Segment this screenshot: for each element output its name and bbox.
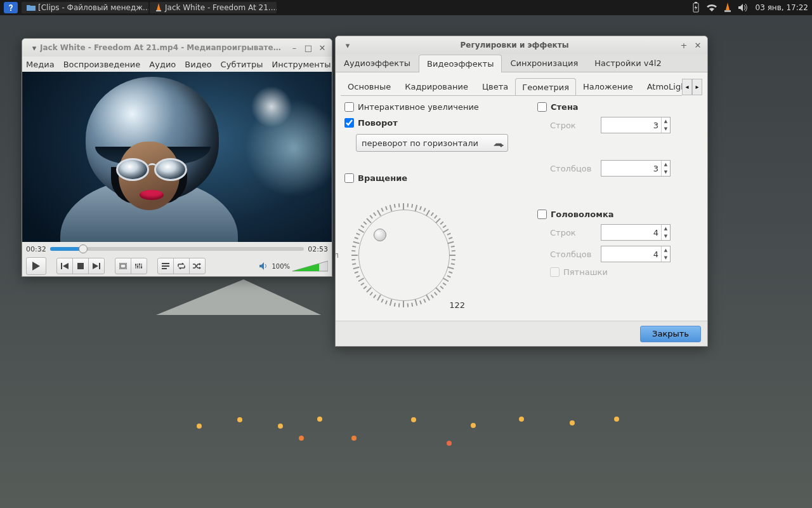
shuffle-button[interactable]: [189, 258, 206, 274]
maximize-button[interactable]: □: [303, 42, 314, 53]
angle-dial[interactable]: Угол 122: [341, 192, 468, 319]
task-label: Jack White - Freedom At 21....: [165, 3, 277, 12]
tab-v4l2[interactable]: Настройки v4l2: [586, 54, 669, 72]
menu-video[interactable]: Видео: [185, 60, 211, 69]
svg-point-9: [139, 264, 140, 265]
volume-slider[interactable]: [292, 260, 328, 272]
desktop-dot: [447, 441, 452, 446]
desktop-dot: [519, 417, 524, 422]
tab-geometry[interactable]: Геометрия: [515, 78, 576, 96]
angle-value: 122: [449, 300, 465, 310]
battery-icon[interactable]: [692, 2, 700, 13]
next-button[interactable]: [88, 258, 105, 274]
time-elapsed: 00:32: [26, 245, 46, 253]
fx-footer: Закрыть: [336, 321, 707, 346]
vlc-tray-icon[interactable]: [724, 3, 731, 13]
puzzle-cols-label: Столбцов: [550, 250, 594, 259]
vlc-window: ▾ Jack White - Freedom At 21.mp4 - Медиа…: [22, 38, 332, 277]
wifi-icon[interactable]: [706, 3, 717, 12]
desktop-decoration: [156, 279, 326, 315]
vlc-controls: 100%: [22, 256, 332, 276]
transform-combo[interactable]: переворот по горизонтали: [356, 134, 508, 152]
tab-atmolight[interactable]: AtmoLight: [640, 77, 682, 95]
desktop-dot: [197, 424, 202, 429]
tab-overlay[interactable]: Наложение: [576, 77, 640, 95]
interactive-zoom-checkbox[interactable]: Интерактивное увеличение: [344, 102, 522, 112]
menu-media[interactable]: Медиа: [26, 60, 55, 69]
puzzle-checkbox[interactable]: Головоломка: [537, 210, 698, 219]
loop-button[interactable]: [173, 258, 190, 274]
fx-tabs-main: Аудиоэффекты Видеоэффекты Синхронизация …: [336, 54, 707, 72]
desktop-dot: [411, 417, 416, 422]
svg-rect-4: [77, 263, 84, 269]
tab-video-effects[interactable]: Видеоэффекты: [419, 55, 502, 72]
playlist-button[interactable]: [157, 258, 174, 274]
volume-icon[interactable]: [738, 3, 749, 12]
tab-basic[interactable]: Основные: [341, 77, 398, 95]
rotation-checkbox[interactable]: Вращение: [344, 173, 522, 183]
effects-window: ▾ Регулировки и эффекты + ✕ Аудиоэффекты…: [335, 36, 708, 347]
task-label: [Clips - Файловый менедж...: [38, 3, 148, 12]
close-button[interactable]: Закрыть: [640, 326, 701, 342]
fx-title: Регулировки и эффекты: [353, 41, 676, 50]
fifteen-checkbox[interactable]: Пятнашки: [550, 267, 698, 277]
minimize-button[interactable]: –: [289, 42, 300, 53]
taskbar-item-files[interactable]: [Clips - Файловый менедж...: [22, 2, 148, 13]
stop-button[interactable]: [72, 258, 89, 274]
time-bar: 00:32 02:53: [22, 242, 332, 256]
puzzle-rows-label: Строк: [550, 228, 594, 237]
clock[interactable]: 03 янв, 17:22: [756, 3, 808, 12]
transform-value: переворот по горизонтали: [362, 138, 478, 148]
menu-subtitle[interactable]: Субтитры: [221, 60, 263, 69]
puzzle-rows-spin[interactable]: 4▲▼: [601, 224, 671, 241]
window-menu-icon[interactable]: ▾: [342, 39, 353, 51]
wall-rows-label: Строк: [550, 121, 594, 130]
maximize-button[interactable]: +: [678, 39, 690, 51]
vlc-menubar: Медиа Воспроизведение Аудио Видео Субтит…: [22, 57, 332, 72]
vlc-titlebar[interactable]: ▾ Jack White - Freedom At 21.mp4 - Медиа…: [22, 39, 332, 57]
seek-slider[interactable]: [50, 247, 304, 251]
svg-rect-2: [695, 2, 697, 3]
tab-sync[interactable]: Синхронизация: [502, 54, 586, 72]
svg-point-8: [137, 266, 138, 267]
puzzle-cols-spin[interactable]: 4▲▼: [601, 246, 671, 262]
close-button[interactable]: ✕: [692, 39, 704, 51]
fx-tabs-sub: Основные Кадрирование Цвета Геометрия На…: [341, 77, 682, 96]
start-button[interactable]: [4, 2, 18, 13]
tabs-scroll-left[interactable]: ◂: [682, 79, 692, 95]
desktop-dot: [237, 417, 242, 422]
top-panel: [Clips - Файловый менедж... Jack White -…: [0, 0, 812, 15]
wall-checkbox[interactable]: Стена: [537, 102, 698, 112]
wall-cols-label: Столбцов: [550, 164, 594, 173]
wall-rows-spin[interactable]: 3▲▼: [601, 117, 671, 133]
angle-label: Угол: [335, 250, 339, 260]
play-button[interactable]: [26, 257, 46, 275]
svg-rect-3: [724, 10, 731, 12]
system-tray: 03 янв, 17:22: [692, 2, 808, 13]
tab-color[interactable]: Цвета: [475, 77, 515, 95]
window-menu-icon[interactable]: ▾: [29, 42, 40, 53]
wall-cols-spin[interactable]: 3▲▼: [601, 160, 671, 177]
vlc-title: Jack White - Freedom At 21.mp4 - Медиапр…: [40, 43, 286, 52]
svg-rect-0: [156, 10, 161, 11]
close-button[interactable]: ✕: [317, 42, 328, 53]
desktop-dot: [614, 417, 619, 422]
svg-point-7: [135, 264, 136, 265]
video-area[interactable]: [22, 72, 332, 242]
tab-crop[interactable]: Кадрирование: [398, 77, 475, 95]
vlc-cone-icon: [155, 3, 162, 12]
tabs-scroll-right[interactable]: ▸: [692, 79, 702, 95]
tab-audio-effects[interactable]: Аудиоэффекты: [336, 54, 419, 72]
mute-button[interactable]: [259, 262, 269, 271]
menu-playback[interactable]: Воспроизведение: [63, 60, 141, 69]
volume-percent: 100%: [272, 263, 290, 270]
ext-settings-button[interactable]: [131, 258, 147, 274]
fx-titlebar[interactable]: ▾ Регулировки и эффекты + ✕: [336, 36, 707, 54]
taskbar-item-vlc[interactable]: Jack White - Freedom At 21....: [150, 2, 277, 13]
prev-button[interactable]: [56, 258, 73, 274]
menu-audio[interactable]: Аудио: [149, 60, 176, 69]
rotate-checkbox[interactable]: Поворот: [344, 118, 522, 128]
desktop-dot: [351, 436, 357, 441]
fullscreen-button[interactable]: [115, 258, 131, 274]
menu-tools[interactable]: Инструменты: [272, 60, 331, 69]
